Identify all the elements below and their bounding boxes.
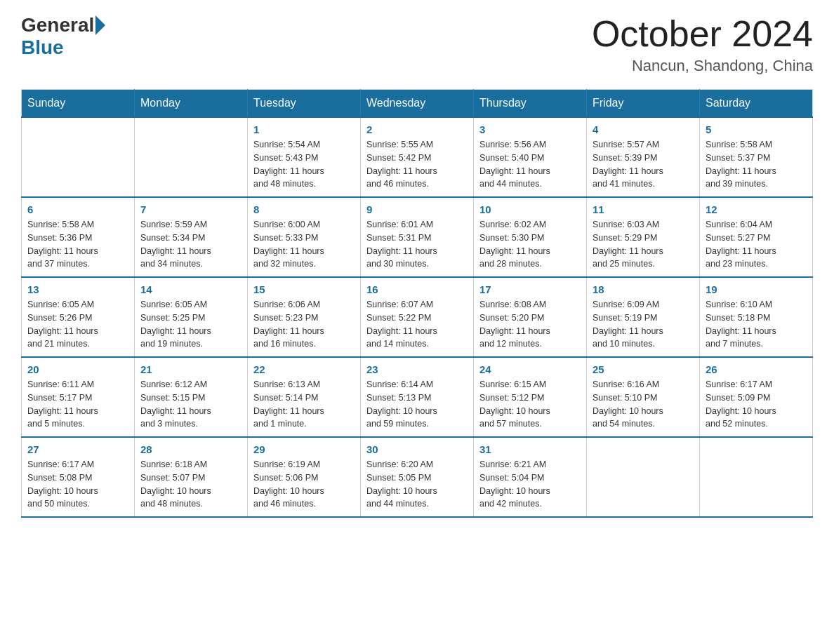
day-number: 18 (593, 283, 694, 295)
day-info: Sunrise: 6:20 AMSunset: 5:05 PMDaylight:… (366, 458, 468, 511)
day-number: 3 (479, 123, 581, 135)
day-info: Sunrise: 6:10 AMSunset: 5:18 PMDaylight:… (706, 298, 807, 351)
calendar-cell: 27Sunrise: 6:17 AMSunset: 5:08 PMDayligh… (22, 437, 135, 517)
logo-general-text: General (21, 14, 94, 36)
day-number: 26 (706, 363, 807, 375)
day-number: 11 (593, 203, 694, 215)
day-info: Sunrise: 6:03 AMSunset: 5:29 PMDaylight:… (593, 218, 694, 271)
day-info: Sunrise: 6:19 AMSunset: 5:06 PMDaylight:… (253, 458, 355, 511)
day-info: Sunrise: 6:08 AMSunset: 5:20 PMDaylight:… (479, 298, 581, 351)
calendar-cell: 12Sunrise: 6:04 AMSunset: 5:27 PMDayligh… (700, 197, 813, 277)
day-number: 24 (479, 363, 581, 375)
calendar-cell: 31Sunrise: 6:21 AMSunset: 5:04 PMDayligh… (474, 437, 587, 517)
day-number: 9 (366, 203, 468, 215)
day-number: 6 (27, 203, 128, 215)
day-info: Sunrise: 6:15 AMSunset: 5:12 PMDaylight:… (479, 378, 581, 431)
column-header-thursday: Thursday (474, 90, 587, 118)
calendar-cell: 5Sunrise: 5:58 AMSunset: 5:37 PMDaylight… (700, 117, 813, 197)
day-number: 2 (366, 123, 468, 135)
logo-blue-text: Blue (21, 36, 64, 59)
column-header-saturday: Saturday (700, 90, 813, 118)
day-number: 30 (366, 443, 468, 455)
calendar-table: SundayMondayTuesdayWednesdayThursdayFrid… (21, 89, 813, 518)
column-header-sunday: Sunday (22, 90, 135, 118)
calendar-cell: 11Sunrise: 6:03 AMSunset: 5:29 PMDayligh… (587, 197, 700, 277)
day-info: Sunrise: 5:59 AMSunset: 5:34 PMDaylight:… (140, 218, 241, 271)
logo-arrow-icon (95, 15, 105, 35)
page-header: General Blue October 2024 Nancun, Shando… (21, 14, 813, 75)
day-info: Sunrise: 6:16 AMSunset: 5:10 PMDaylight:… (593, 378, 694, 431)
calendar-week-row: 20Sunrise: 6:11 AMSunset: 5:17 PMDayligh… (22, 357, 813, 437)
day-info: Sunrise: 6:17 AMSunset: 5:08 PMDaylight:… (27, 458, 128, 511)
calendar-cell: 8Sunrise: 6:00 AMSunset: 5:33 PMDaylight… (248, 197, 361, 277)
day-info: Sunrise: 6:09 AMSunset: 5:19 PMDaylight:… (593, 298, 694, 351)
calendar-cell: 18Sunrise: 6:09 AMSunset: 5:19 PMDayligh… (587, 277, 700, 357)
day-number: 31 (479, 443, 581, 455)
day-number: 23 (366, 363, 468, 375)
day-number: 7 (140, 203, 241, 215)
day-info: Sunrise: 6:21 AMSunset: 5:04 PMDaylight:… (479, 458, 581, 511)
day-number: 14 (140, 283, 241, 295)
calendar-week-row: 1Sunrise: 5:54 AMSunset: 5:43 PMDaylight… (22, 117, 813, 197)
day-info: Sunrise: 6:06 AMSunset: 5:23 PMDaylight:… (253, 298, 355, 351)
day-info: Sunrise: 6:05 AMSunset: 5:25 PMDaylight:… (140, 298, 241, 351)
logo: General Blue (21, 14, 107, 59)
day-info: Sunrise: 5:58 AMSunset: 5:36 PMDaylight:… (27, 218, 128, 271)
calendar-cell: 22Sunrise: 6:13 AMSunset: 5:14 PMDayligh… (248, 357, 361, 437)
day-info: Sunrise: 6:12 AMSunset: 5:15 PMDaylight:… (140, 378, 241, 431)
calendar-cell: 2Sunrise: 5:55 AMSunset: 5:42 PMDaylight… (361, 117, 474, 197)
calendar-cell (700, 437, 813, 517)
column-header-wednesday: Wednesday (361, 90, 474, 118)
calendar-cell: 14Sunrise: 6:05 AMSunset: 5:25 PMDayligh… (135, 277, 248, 357)
calendar-cell: 16Sunrise: 6:07 AMSunset: 5:22 PMDayligh… (361, 277, 474, 357)
day-number: 4 (593, 123, 694, 135)
day-info: Sunrise: 6:13 AMSunset: 5:14 PMDaylight:… (253, 378, 355, 431)
column-header-monday: Monday (135, 90, 248, 118)
calendar-cell: 29Sunrise: 6:19 AMSunset: 5:06 PMDayligh… (248, 437, 361, 517)
calendar-cell: 20Sunrise: 6:11 AMSunset: 5:17 PMDayligh… (22, 357, 135, 437)
day-info: Sunrise: 6:18 AMSunset: 5:07 PMDaylight:… (140, 458, 241, 511)
day-number: 28 (140, 443, 241, 455)
column-header-friday: Friday (587, 90, 700, 118)
calendar-cell: 25Sunrise: 6:16 AMSunset: 5:10 PMDayligh… (587, 357, 700, 437)
day-number: 20 (27, 363, 128, 375)
calendar-cell: 10Sunrise: 6:02 AMSunset: 5:30 PMDayligh… (474, 197, 587, 277)
calendar-cell (587, 437, 700, 517)
calendar-week-row: 6Sunrise: 5:58 AMSunset: 5:36 PMDaylight… (22, 197, 813, 277)
day-number: 17 (479, 283, 581, 295)
day-number: 1 (253, 123, 355, 135)
day-number: 25 (593, 363, 694, 375)
day-info: Sunrise: 6:02 AMSunset: 5:30 PMDaylight:… (479, 218, 581, 271)
column-header-tuesday: Tuesday (248, 90, 361, 118)
calendar-cell: 28Sunrise: 6:18 AMSunset: 5:07 PMDayligh… (135, 437, 248, 517)
day-number: 16 (366, 283, 468, 295)
day-number: 22 (253, 363, 355, 375)
calendar-header-row: SundayMondayTuesdayWednesdayThursdayFrid… (22, 90, 813, 118)
calendar-cell (22, 117, 135, 197)
day-number: 21 (140, 363, 241, 375)
calendar-cell: 30Sunrise: 6:20 AMSunset: 5:05 PMDayligh… (361, 437, 474, 517)
day-number: 12 (706, 203, 807, 215)
location-title: Nancun, Shandong, China (592, 57, 813, 75)
day-number: 15 (253, 283, 355, 295)
day-number: 19 (706, 283, 807, 295)
day-number: 5 (706, 123, 807, 135)
day-number: 8 (253, 203, 355, 215)
calendar-cell: 13Sunrise: 6:05 AMSunset: 5:26 PMDayligh… (22, 277, 135, 357)
day-info: Sunrise: 6:05 AMSunset: 5:26 PMDaylight:… (27, 298, 128, 351)
calendar-cell: 15Sunrise: 6:06 AMSunset: 5:23 PMDayligh… (248, 277, 361, 357)
day-number: 13 (27, 283, 128, 295)
calendar-cell (135, 117, 248, 197)
day-info: Sunrise: 5:57 AMSunset: 5:39 PMDaylight:… (593, 138, 694, 191)
calendar-cell: 17Sunrise: 6:08 AMSunset: 5:20 PMDayligh… (474, 277, 587, 357)
day-number: 10 (479, 203, 581, 215)
calendar-cell: 9Sunrise: 6:01 AMSunset: 5:31 PMDaylight… (361, 197, 474, 277)
calendar-cell: 19Sunrise: 6:10 AMSunset: 5:18 PMDayligh… (700, 277, 813, 357)
day-info: Sunrise: 5:58 AMSunset: 5:37 PMDaylight:… (706, 138, 807, 191)
day-number: 27 (27, 443, 128, 455)
day-info: Sunrise: 5:55 AMSunset: 5:42 PMDaylight:… (366, 138, 468, 191)
calendar-cell: 6Sunrise: 5:58 AMSunset: 5:36 PMDaylight… (22, 197, 135, 277)
day-info: Sunrise: 5:54 AMSunset: 5:43 PMDaylight:… (253, 138, 355, 191)
day-info: Sunrise: 6:11 AMSunset: 5:17 PMDaylight:… (27, 378, 128, 431)
title-area: October 2024 Nancun, Shandong, China (592, 14, 813, 75)
